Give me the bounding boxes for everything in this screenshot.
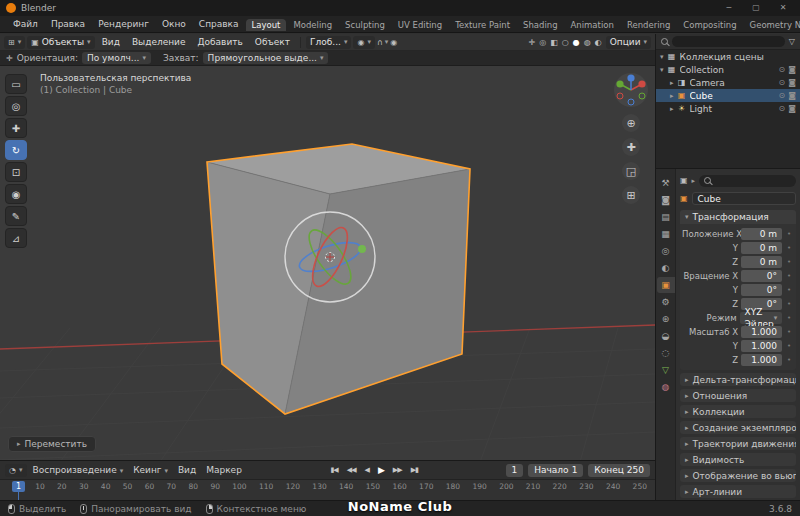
chevron-right-icon[interactable]: ▸ xyxy=(670,79,674,87)
tab-constraints[interactable]: ◌ xyxy=(657,345,675,361)
operator-panel[interactable]: ▸ Переместить xyxy=(8,436,96,452)
section-viewport-display[interactable]: ▸ Отображение во вьюпорте xyxy=(680,469,796,482)
menu-view[interactable]: Вид xyxy=(97,37,125,47)
proportional-editing-icon[interactable]: ◉ xyxy=(390,38,397,47)
snap-dropdown[interactable]: Прямоугольное выде... ▾ xyxy=(203,52,329,64)
workspace-tab-uv-editing[interactable]: UV Editing xyxy=(392,19,448,31)
chevron-right-icon[interactable]: ▸ xyxy=(670,105,674,113)
location-z-field[interactable]: 0 m xyxy=(741,256,782,268)
scale-y-field[interactable]: 1.000 xyxy=(741,340,782,352)
menu-select[interactable]: Выделение xyxy=(127,37,191,47)
hide-in-viewport-icon[interactable]: ⊙ xyxy=(779,78,786,87)
tab-world[interactable]: ◐ xyxy=(657,260,675,276)
timeline-editor-type-button[interactable]: ◔ ▾ xyxy=(5,464,27,477)
frame-start-field[interactable]: Начало 1 xyxy=(528,464,583,477)
jump-to-end-button[interactable]: ▶▮ xyxy=(408,466,421,474)
cube-object[interactable] xyxy=(207,144,470,414)
tab-particles[interactable]: ⊛ xyxy=(657,311,675,327)
tool-move[interactable]: ✚ xyxy=(5,118,27,138)
disable-in-renders-icon[interactable]: ◙ xyxy=(788,104,796,113)
viewport-scene[interactable] xyxy=(0,66,655,460)
section-line-art[interactable]: ▸ Арт-линии xyxy=(680,485,796,498)
shading-rendered-icon[interactable]: ◐ xyxy=(595,38,602,47)
properties-search-input[interactable] xyxy=(699,175,796,187)
tool-scale[interactable]: ⊡ xyxy=(5,162,27,182)
workspace-tab-animation[interactable]: Animation xyxy=(565,19,620,31)
tool-transform[interactable]: ◉ xyxy=(5,184,27,204)
timeline-marker-menu[interactable]: Маркер xyxy=(202,465,246,475)
menu-help[interactable]: Справка xyxy=(193,16,245,33)
animate-dot-icon[interactable]: • xyxy=(785,272,793,280)
mode-selector[interactable]: ▣ Объекты ▾ xyxy=(27,36,94,49)
outliner-row-cube[interactable]: ▸ ▣ Cube ⊙ ◙ xyxy=(656,89,800,102)
tool-rotate[interactable]: ↻ xyxy=(5,140,27,160)
tab-object-data[interactable]: ▽ xyxy=(657,362,675,378)
disable-in-renders-icon[interactable]: ◙ xyxy=(788,91,796,100)
pivot-point-selector[interactable]: ◉ ▾ xyxy=(353,36,375,49)
tool-annotate[interactable]: ✎ xyxy=(5,206,27,226)
rotation-y-field[interactable]: 0° xyxy=(741,284,782,296)
tool-cursor[interactable]: ◎ xyxy=(5,96,27,116)
shading-wireframe-icon[interactable]: ○ xyxy=(562,38,569,47)
scale-x-field[interactable]: 1.000 xyxy=(741,326,782,338)
animate-dot-icon[interactable]: • xyxy=(785,314,793,322)
workspace-tab-rendering[interactable]: Rendering xyxy=(621,19,676,31)
rotation-x-field[interactable]: 0° xyxy=(741,270,782,282)
tab-object[interactable]: ▣ xyxy=(657,277,675,293)
search-icon[interactable] xyxy=(661,38,668,45)
zoom-icon[interactable]: ⊕ xyxy=(622,114,640,132)
animate-dot-icon[interactable]: • xyxy=(785,300,793,308)
jump-to-start-button[interactable]: ▮◀ xyxy=(328,466,341,474)
playback-menu[interactable]: Воспроизведение ▾ xyxy=(29,465,128,475)
close-button[interactable]: ✕ xyxy=(772,0,794,16)
toggle-perspective-icon[interactable]: ⊞ xyxy=(622,186,640,204)
workspace-tab-layout[interactable]: Layout xyxy=(246,19,287,31)
outliner-row-scene-collection[interactable]: ▾ ▦ Коллекция сцены xyxy=(656,50,800,63)
tool-select-box[interactable]: ▭ xyxy=(5,74,27,94)
workspace-tab-sculpting[interactable]: Sculpting xyxy=(339,19,391,31)
section-collections[interactable]: ▸ Коллекции xyxy=(680,405,796,418)
disable-in-renders-icon[interactable]: ◙ xyxy=(788,78,796,87)
editor-type-button[interactable]: ⊞ ▾ xyxy=(4,36,25,49)
hide-in-viewport-icon[interactable]: ⊙ xyxy=(779,65,786,74)
menu-file[interactable]: Файл xyxy=(7,16,44,33)
tab-material[interactable]: ◍ xyxy=(657,379,675,395)
tab-physics[interactable]: ◒ xyxy=(657,328,675,344)
chevron-right-icon[interactable]: ▸ xyxy=(670,92,674,100)
workspace-tab-modeling[interactable]: Modeling xyxy=(287,19,338,31)
transform-orientation-selector[interactable]: Глоб... ▾ xyxy=(306,36,351,49)
workspace-tab-texture-paint[interactable]: Texture Paint xyxy=(449,19,516,31)
tab-output[interactable]: ▤ xyxy=(657,209,675,225)
tab-render[interactable]: ◙ xyxy=(657,192,675,208)
chevron-down-icon[interactable]: ▾ xyxy=(660,53,664,61)
animate-dot-icon[interactable]: • xyxy=(785,230,793,238)
gizmo-handle-dot[interactable] xyxy=(358,245,366,253)
tab-tool[interactable]: ⚒ xyxy=(657,175,675,191)
workspace-tab-compositing[interactable]: Compositing xyxy=(677,19,742,31)
section-motion-paths[interactable]: ▸ Траектории движения xyxy=(680,437,796,450)
hide-in-viewport-icon[interactable]: ⊙ xyxy=(779,91,786,100)
outliner-search-input[interactable] xyxy=(672,36,785,47)
next-keyframe-button[interactable]: ▶▶ xyxy=(390,466,405,474)
keying-menu[interactable]: Кеинг ▾ xyxy=(129,465,172,475)
workspace-tab-geometry-nodes[interactable]: Geometry Nodes xyxy=(744,19,800,31)
timeline-ruler[interactable]: 1 11020304050607080901001101201301401501… xyxy=(0,480,655,500)
previous-keyframe-button[interactable]: ◀◀ xyxy=(344,466,359,474)
animate-dot-icon[interactable]: • xyxy=(785,342,793,350)
shading-material-icon[interactable]: ◍ xyxy=(584,38,591,47)
animate-dot-icon[interactable]: • xyxy=(785,258,793,266)
scale-z-field[interactable]: 1.000 xyxy=(741,354,782,366)
orientation-dropdown[interactable]: По умолч... ▾ xyxy=(82,52,151,64)
outliner-row-camera[interactable]: ▸ ◨ Camera ⊙ ◙ xyxy=(656,76,800,89)
overlays-toggle-icon[interactable]: ◎ xyxy=(539,38,546,47)
disable-in-renders-icon[interactable]: ◙ xyxy=(788,65,796,74)
location-y-field[interactable]: 0 m xyxy=(741,242,782,254)
animate-dot-icon[interactable]: • xyxy=(785,356,793,364)
outliner-row-collection[interactable]: ▾ ▦ Collection ⊙ ◙ xyxy=(656,63,800,76)
object-name-field[interactable]: Cube xyxy=(692,192,796,205)
tab-scene[interactable]: ◎ xyxy=(657,243,675,259)
menu-object[interactable]: Объект xyxy=(250,37,295,47)
menu-edit[interactable]: Правка xyxy=(45,16,91,33)
options-button[interactable]: Опции ▾ xyxy=(606,36,651,49)
section-visibility[interactable]: ▸ Видимость xyxy=(680,453,796,466)
